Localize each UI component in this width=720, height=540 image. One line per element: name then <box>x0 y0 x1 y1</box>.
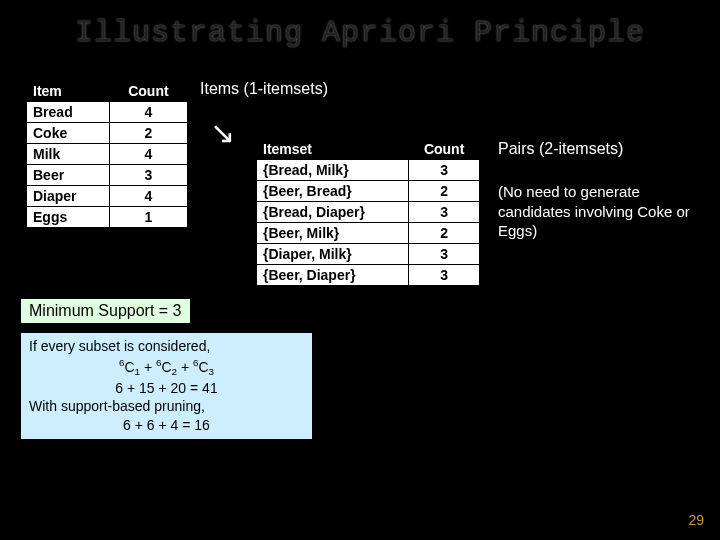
table-row: Coke2 <box>27 123 188 144</box>
calc-line-2: 6C1 + 6C2 + 6C3 <box>29 356 304 379</box>
pairs-label: Pairs (2-itemsets) <box>498 140 623 158</box>
table-row: {Beer, Diaper}3 <box>257 265 480 286</box>
table-row: Eggs1 <box>27 207 188 228</box>
pairs-table-h1: Itemset <box>257 139 409 160</box>
slide-number: 29 <box>688 512 704 528</box>
arrow-icon: ↘ <box>210 115 235 150</box>
table-row: Diaper4 <box>27 186 188 207</box>
calc-line-1: If every subset is considered, <box>29 337 304 356</box>
note-label: (No need to generate candidates involvin… <box>498 182 698 241</box>
table-row: Bread4 <box>27 102 188 123</box>
table-row: {Bread, Milk}3 <box>257 160 480 181</box>
calc-line-4: With support-based pruning, <box>29 397 304 416</box>
items-label: Items (1-itemsets) <box>200 80 328 98</box>
slide-title: Illustrating Apriori Principle <box>0 0 720 50</box>
calc-line-5: 6 + 6 + 4 = 16 <box>29 416 304 435</box>
table-row: Milk4 <box>27 144 188 165</box>
table-row: Beer3 <box>27 165 188 186</box>
table-row: {Beer, Milk}2 <box>257 223 480 244</box>
pairs-table: Itemset Count {Bread, Milk}3 {Beer, Brea… <box>256 138 480 286</box>
table-row: {Diaper, Milk}3 <box>257 244 480 265</box>
calc-box: If every subset is considered, 6C1 + 6C2… <box>20 332 313 440</box>
items-table: Item Count Bread4 Coke2 Milk4 Beer3 Diap… <box>26 80 188 228</box>
table-row: {Bread, Diaper}3 <box>257 202 480 223</box>
calc-line-3: 6 + 15 + 20 = 41 <box>29 379 304 398</box>
items-table-h1: Item <box>27 81 110 102</box>
pairs-table-h2: Count <box>409 139 480 160</box>
min-support-box: Minimum Support = 3 <box>20 298 191 324</box>
items-table-h2: Count <box>109 81 187 102</box>
table-row: {Beer, Bread}2 <box>257 181 480 202</box>
